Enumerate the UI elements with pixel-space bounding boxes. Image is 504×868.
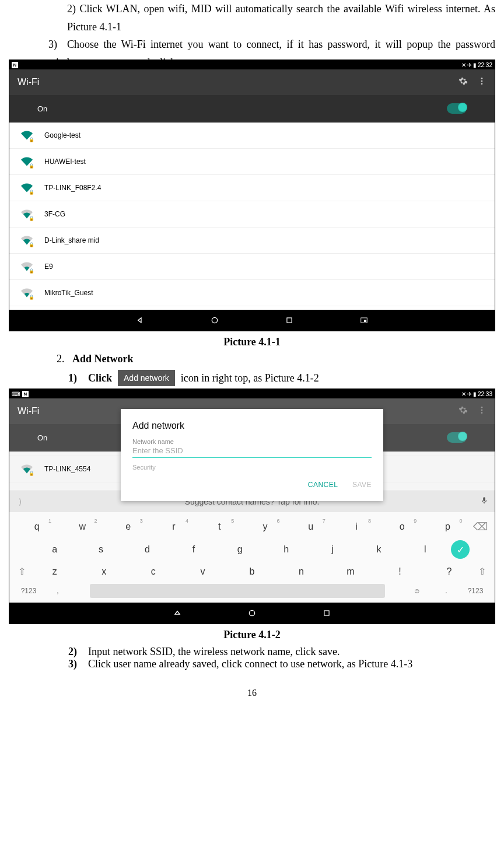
key-u[interactable]: u7	[290, 522, 331, 532]
key-z[interactable]: z	[34, 566, 75, 577]
key-o[interactable]: o9	[382, 522, 422, 532]
svg-point-1	[481, 80, 483, 82]
airplane-icon: ✈	[467, 62, 472, 68]
wifi-network-item[interactable]: 🔒 TP-LINK_F08F2.4	[9, 175, 495, 201]
wifi-signal-icon: 🔒	[21, 156, 33, 167]
backspace-key[interactable]: ⌫	[473, 520, 488, 533]
airplane-icon: ✈	[467, 391, 472, 397]
key-a[interactable]: a	[34, 544, 75, 555]
figure-caption-1: Picture 4.1-1	[9, 336, 495, 348]
android-nav-bar	[9, 310, 495, 331]
key-c[interactable]: c	[133, 566, 174, 577]
ssid-input[interactable]: Enter the SSID	[132, 446, 372, 458]
screenshot-figure-2: ⌨ N ✕ ✈ ▮ 22:33 Wi-Fi	[9, 388, 495, 624]
key-k[interactable]: k	[358, 544, 399, 555]
subitem-after-text: icon in right top, as Picture 4.1-2	[181, 372, 319, 384]
home-icon[interactable]	[209, 315, 220, 326]
wifi-network-item[interactable]: 🔒 3F-CG	[9, 201, 495, 228]
svg-rect-4	[287, 318, 292, 323]
svg-point-2	[481, 83, 483, 85]
more-vert-icon[interactable]	[477, 76, 487, 88]
wifi-screen-header: Wi-Fi	[9, 69, 495, 95]
svg-point-3	[212, 318, 217, 323]
add-network-dialog: Add network Network name Enter the SSID …	[121, 409, 383, 501]
space-key[interactable]	[90, 584, 385, 598]
home-icon[interactable]	[247, 608, 257, 618]
key-x[interactable]: x	[83, 566, 124, 577]
wifi-on-label: On	[37, 104, 47, 113]
symbols-key[interactable]: ?123	[461, 587, 490, 595]
key-e[interactable]: e3	[108, 522, 149, 532]
key-d[interactable]: d	[127, 544, 167, 555]
key-l[interactable]: l	[405, 544, 446, 555]
key-b[interactable]: b	[232, 566, 272, 577]
signal-cross-icon: ✕	[461, 62, 466, 68]
wifi-title: Wi-Fi	[18, 406, 39, 416]
wifi-signal-icon: 🔒	[21, 463, 33, 475]
symbols-key[interactable]: ?123	[14, 587, 43, 595]
battery-icon: ▮	[473, 391, 477, 397]
wifi-signal-icon: 🔒	[21, 208, 33, 220]
wifi-network-name: D-Link_share mid	[44, 236, 99, 244]
security-label: Security	[132, 464, 372, 471]
recent-icon[interactable]	[284, 315, 295, 326]
lock-icon: 🔒	[29, 137, 34, 142]
wifi-network-item[interactable]: 🔒 Google-test	[9, 123, 495, 149]
key-y[interactable]: y6	[244, 522, 285, 532]
wifi-network-item[interactable]: 🔒 E9	[9, 254, 495, 280]
key-q[interactable]: q1	[16, 522, 57, 532]
comma-key[interactable]: ,	[43, 587, 72, 595]
key-v[interactable]: v	[182, 566, 223, 577]
key-p[interactable]: p0	[428, 522, 468, 532]
key-h[interactable]: h	[266, 544, 307, 555]
wifi-network-name: E9	[44, 262, 53, 271]
key-f[interactable]: f	[173, 544, 214, 555]
cancel-button[interactable]: CANCEL	[308, 481, 338, 489]
key-r[interactable]: r4	[153, 522, 194, 532]
wifi-network-name: MikroTik_Guest	[44, 289, 93, 297]
dialog-title: Add network	[132, 421, 372, 431]
lock-icon: 🔒	[29, 242, 34, 247]
subitem-2: 2) Input network SSID, the wireless netw…	[68, 646, 495, 658]
key-w[interactable]: w2	[62, 522, 103, 532]
wifi-signal-icon: 🔒	[21, 130, 33, 141]
key-exclaim[interactable]: !	[380, 566, 421, 577]
notification-icon: N	[12, 62, 18, 68]
enter-key[interactable]: ✓	[451, 540, 470, 559]
save-button[interactable]: SAVE	[352, 481, 372, 489]
add-network-button-image: Add network	[118, 370, 175, 386]
shift-key[interactable]: ⇧	[478, 566, 486, 577]
wifi-network-item[interactable]: 🔒 MikroTik_Guest	[9, 280, 495, 306]
microphone-icon[interactable]	[480, 496, 489, 506]
wifi-network-item[interactable]: 🔒 D-Link_share mid	[9, 228, 495, 254]
page-number: 16	[9, 688, 495, 698]
subitem-3: 3) Click user name already saved, click …	[68, 658, 495, 670]
status-right-cluster: ✕ ✈ ▮ 22:33	[461, 391, 492, 397]
expand-icon[interactable]: ⟩	[15, 497, 24, 506]
recent-icon[interactable]	[321, 608, 332, 618]
key-t[interactable]: t5	[199, 522, 240, 532]
key-m[interactable]: m	[330, 566, 371, 577]
wifi-network-item[interactable]: 🔒 HUAWEI-test	[9, 149, 495, 175]
pip-icon[interactable]	[359, 315, 369, 326]
key-n[interactable]: n	[281, 566, 321, 577]
back-keyboard-icon[interactable]	[172, 608, 183, 618]
shift-key[interactable]: ⇧	[18, 566, 26, 577]
key-s[interactable]: s	[80, 544, 121, 555]
wifi-network-name: HUAWEI-test	[44, 158, 86, 166]
key-question[interactable]: ?	[429, 566, 470, 577]
soft-keyboard: q1 w2 e3 r4 t5 y6 u7 i8 o9 p0 ⌫ a s d f …	[9, 512, 495, 603]
android-nav-bar	[9, 603, 495, 624]
lock-icon: 🔒	[29, 268, 34, 274]
key-i[interactable]: i8	[336, 522, 377, 532]
status-time: 22:33	[478, 391, 492, 397]
key-j[interactable]: j	[312, 544, 353, 555]
period-key[interactable]: .	[432, 587, 461, 595]
back-icon[interactable]	[135, 315, 145, 326]
status-right-cluster: ✕ ✈ ▮ 22:32	[461, 62, 492, 68]
emoji-key[interactable]: ☺	[402, 587, 432, 595]
wifi-toggle-switch[interactable]	[447, 103, 467, 114]
text-step-2: 2) Click WLAN, open wifi, MID will autom…	[67, 0, 495, 36]
settings-gear-icon[interactable]	[459, 76, 468, 88]
key-g[interactable]: g	[219, 544, 260, 555]
